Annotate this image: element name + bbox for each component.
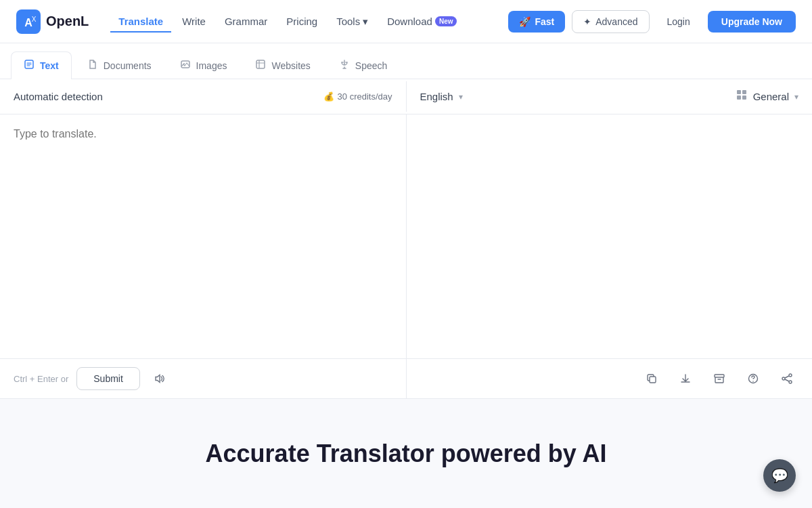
copy-icon bbox=[646, 373, 658, 385]
sparkle-icon: ✦ bbox=[583, 16, 591, 27]
svg-rect-6 bbox=[256, 60, 265, 68]
svg-text:X: X bbox=[32, 16, 37, 23]
websites-tab-icon bbox=[255, 59, 266, 72]
grid-icon bbox=[736, 89, 748, 104]
svg-point-16 bbox=[782, 377, 785, 380]
target-header: English ▾ General ▾ bbox=[407, 79, 813, 114]
language-selector[interactable]: English ▾ bbox=[420, 91, 463, 102]
nav-links: Translate Write Grammar Pricing Tools ▾ … bbox=[110, 10, 508, 33]
svg-rect-11 bbox=[650, 377, 656, 383]
rocket-icon: 🚀 bbox=[519, 16, 531, 27]
source-header: Automatic detection 💰 30 credits/day bbox=[0, 81, 407, 112]
target-panel bbox=[407, 114, 813, 358]
fast-button[interactable]: 🚀 Fast bbox=[508, 11, 565, 33]
upgrade-button[interactable]: Upgrade Now bbox=[708, 11, 796, 33]
style-chevron-icon: ▾ bbox=[794, 92, 798, 102]
speaker-button[interactable] bbox=[148, 367, 171, 390]
output-area bbox=[407, 114, 813, 345]
chat-icon: 💬 bbox=[771, 467, 788, 484]
coin-icon: 💰 bbox=[323, 91, 334, 102]
auto-detect-label: Automatic detection bbox=[14, 91, 103, 102]
tab-websites[interactable]: Websites bbox=[242, 51, 323, 79]
source-textarea[interactable] bbox=[0, 114, 406, 345]
download-button[interactable] bbox=[674, 367, 697, 390]
svg-rect-10 bbox=[742, 96, 746, 100]
translator-header: Automatic detection 💰 30 credits/day Eng… bbox=[0, 79, 812, 114]
nav-item-pricing[interactable]: Pricing bbox=[278, 10, 325, 33]
svg-point-15 bbox=[789, 374, 792, 377]
archive-icon bbox=[713, 373, 725, 385]
logo[interactable]: A X OpenL bbox=[16, 9, 89, 34]
navbar: A X OpenL Translate Write Grammar Pricin… bbox=[0, 0, 812, 43]
tab-documents[interactable]: Documents bbox=[74, 51, 164, 79]
tab-text[interactable]: Text bbox=[11, 51, 72, 79]
share-icon bbox=[781, 373, 793, 385]
text-tab-icon bbox=[24, 59, 35, 72]
credits-badge: 💰 30 credits/day bbox=[323, 91, 392, 102]
svg-rect-12 bbox=[715, 375, 724, 377]
shortcut-hint: Ctrl + Enter or bbox=[14, 374, 68, 384]
copy-button[interactable] bbox=[640, 367, 663, 390]
login-button[interactable]: Login bbox=[656, 11, 701, 33]
download-icon bbox=[679, 373, 692, 385]
tab-speech[interactable]: Speech bbox=[326, 51, 400, 79]
svg-point-14 bbox=[752, 381, 754, 382]
lang-chevron-icon: ▾ bbox=[459, 92, 463, 102]
images-tab-icon bbox=[180, 59, 191, 72]
tab-images[interactable]: Images bbox=[167, 51, 240, 79]
share-button[interactable] bbox=[775, 367, 798, 390]
translator-panels bbox=[0, 114, 812, 358]
advanced-button[interactable]: ✦ Advanced bbox=[572, 10, 649, 33]
tools-chevron-icon: ▾ bbox=[363, 16, 368, 28]
help-button[interactable] bbox=[742, 367, 765, 390]
download-badge: New bbox=[435, 16, 457, 26]
tabs-bar: Text Documents Images Websites Speech bbox=[0, 43, 812, 79]
svg-rect-8 bbox=[742, 90, 746, 94]
svg-point-17 bbox=[789, 381, 792, 383]
archive-button[interactable] bbox=[708, 367, 731, 390]
style-selector[interactable]: General ▾ bbox=[736, 89, 798, 104]
speech-tab-icon bbox=[339, 59, 350, 72]
nav-item-translate[interactable]: Translate bbox=[110, 10, 171, 33]
nav-item-tools[interactable]: Tools ▾ bbox=[328, 10, 376, 33]
nav-item-grammar[interactable]: Grammar bbox=[217, 10, 275, 33]
target-footer bbox=[407, 359, 813, 398]
nav-right: 🚀 Fast ✦ Advanced Login Upgrade Now bbox=[508, 10, 796, 33]
source-footer: Ctrl + Enter or Submit bbox=[0, 359, 407, 398]
logo-icon: A X bbox=[16, 9, 41, 34]
nav-item-download[interactable]: Download New bbox=[379, 10, 465, 33]
nav-item-write[interactable]: Write bbox=[174, 10, 214, 33]
hero-title: Accurate Translator powered by AI bbox=[16, 440, 796, 468]
chat-bubble[interactable]: 💬 bbox=[763, 459, 796, 492]
documents-tab-icon bbox=[87, 59, 98, 72]
source-panel bbox=[0, 114, 407, 358]
translator-footer: Ctrl + Enter or Submit bbox=[0, 358, 812, 398]
speaker-icon bbox=[154, 373, 166, 385]
translator-container: Automatic detection 💰 30 credits/day Eng… bbox=[0, 79, 812, 399]
hero-section: Accurate Translator powered by AI bbox=[0, 399, 812, 495]
help-icon bbox=[747, 373, 759, 385]
submit-button[interactable]: Submit bbox=[76, 367, 140, 390]
svg-rect-7 bbox=[737, 90, 741, 94]
logo-text: OpenL bbox=[46, 14, 89, 29]
svg-rect-9 bbox=[737, 96, 741, 100]
